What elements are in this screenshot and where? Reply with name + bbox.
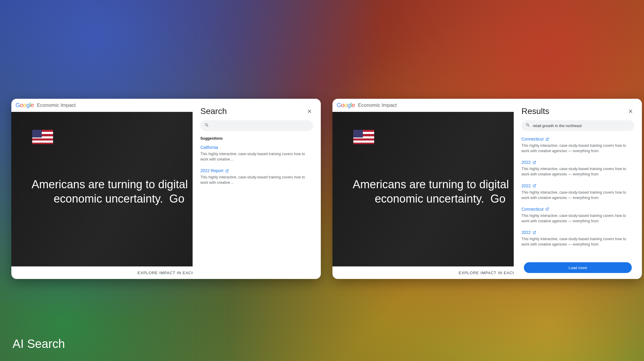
us-flag-icon (353, 130, 374, 144)
result-desc: This highly interactive, case-study-base… (521, 143, 634, 154)
close-icon[interactable] (627, 108, 634, 115)
screenshot-right: Google Economic Impact State Reports U.S… (332, 99, 642, 279)
search-icon (205, 123, 209, 128)
result-desc: This highly interactive, case-study-base… (521, 190, 634, 200)
brand-logo[interactable]: Google Economic Impact (16, 102, 76, 109)
suggestion-item: California This highly interactive, case… (200, 145, 313, 162)
external-link-icon (532, 161, 536, 164)
result-link[interactable]: Connecticut (521, 207, 549, 212)
search-panel-title: Search (200, 107, 227, 116)
brand-subtitle: Economic Impact (37, 102, 76, 108)
search-panel: Search Suggestions California This highl… (193, 99, 321, 279)
suggestion-desc: This highly interactive, case-study-base… (200, 151, 313, 162)
brand-logo[interactable]: Google Economic Impact (337, 102, 397, 109)
suggestion-link[interactable]: California (200, 145, 218, 150)
external-link-icon (545, 137, 549, 141)
suggestion-item: 2022 Report This highly interactive, cas… (200, 168, 313, 185)
external-link-icon (545, 207, 549, 211)
result-item: 2022 This highly interactive, case-study… (521, 230, 634, 247)
search-input[interactable] (533, 124, 630, 128)
result-desc: This highly interactive, case-study-base… (521, 213, 634, 224)
load-more-button[interactable]: Load more (524, 262, 632, 273)
result-link[interactable]: 2022 (521, 230, 536, 235)
brand-subtitle: Economic Impact (358, 102, 397, 108)
result-desc: This highly interactive, case-study-base… (521, 166, 634, 177)
screenshot-left: Google Economic Impact State Reports U.S… (11, 99, 321, 279)
result-link[interactable]: 2022 (521, 183, 536, 188)
result-item: 2022 This highly interactive, case-study… (521, 160, 634, 177)
google-logo: Google (337, 102, 355, 109)
results-panel: Results Connecticut This highly interact… (514, 99, 642, 279)
suggestion-link[interactable]: 2022 Report (200, 168, 229, 173)
google-logo: Google (16, 102, 34, 109)
result-desc: This highly interactive, case-study-base… (521, 236, 634, 247)
close-icon[interactable] (306, 108, 313, 115)
search-icon (526, 123, 530, 128)
search-input-wrap[interactable] (521, 120, 634, 131)
result-item: Connecticut This highly interactive, cas… (521, 206, 634, 224)
suggestion-desc: This highly interactive, case-study-base… (200, 175, 313, 185)
result-link[interactable]: 2022 (521, 160, 536, 165)
external-link-icon (532, 231, 536, 235)
suggestions-heading: Suggestions (200, 136, 313, 141)
result-link[interactable]: Connecticut (521, 137, 549, 141)
result-item: Connecticut This highly interactive, cas… (521, 136, 634, 154)
us-flag-icon (32, 130, 53, 144)
result-item: 2022 This highly interactive, case-study… (521, 183, 634, 200)
external-link-icon (225, 169, 229, 173)
search-input[interactable] (212, 124, 309, 128)
search-input-wrap[interactable] (200, 120, 313, 131)
external-link-icon (532, 184, 536, 188)
page-label: AI Search (13, 337, 65, 351)
results-panel-title: Results (521, 107, 549, 116)
